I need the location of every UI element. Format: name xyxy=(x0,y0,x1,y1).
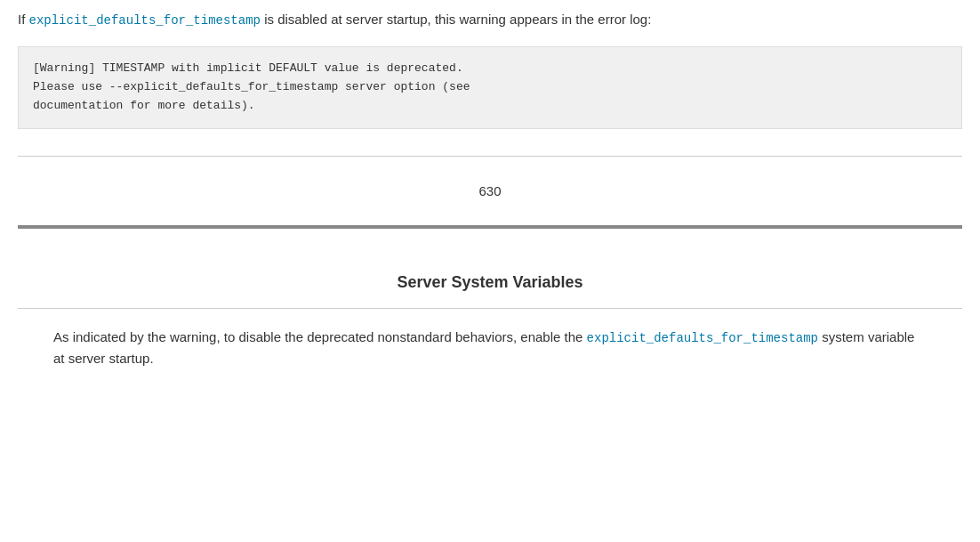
top-divider xyxy=(18,156,962,157)
page-number-section: 630 xyxy=(18,166,962,225)
body-paragraph: As indicated by the warning, to disable … xyxy=(18,327,962,369)
page-wrapper: If explicit_defaults_for_timestamp is di… xyxy=(0,0,980,387)
intro-paragraph: If explicit_defaults_for_timestamp is di… xyxy=(18,9,962,30)
section-divider xyxy=(18,308,962,309)
explicit-defaults-link-1[interactable]: explicit_defaults_for_timestamp xyxy=(29,13,261,28)
thick-divider xyxy=(18,225,962,229)
section-heading: Server System Variables xyxy=(397,273,582,291)
body-text-before: As indicated by the warning, to disable … xyxy=(53,329,587,344)
page-number: 630 xyxy=(478,183,501,198)
intro-text-after: is disabled at server startup, this warn… xyxy=(264,12,651,27)
explicit-defaults-link-2[interactable]: explicit_defaults_for_timestamp xyxy=(587,331,818,345)
intro-text-before: If xyxy=(18,12,29,27)
warning-code-block: [Warning] TIMESTAMP with implicit DEFAUL… xyxy=(18,46,962,128)
section-heading-container: Server System Variables xyxy=(18,255,962,301)
